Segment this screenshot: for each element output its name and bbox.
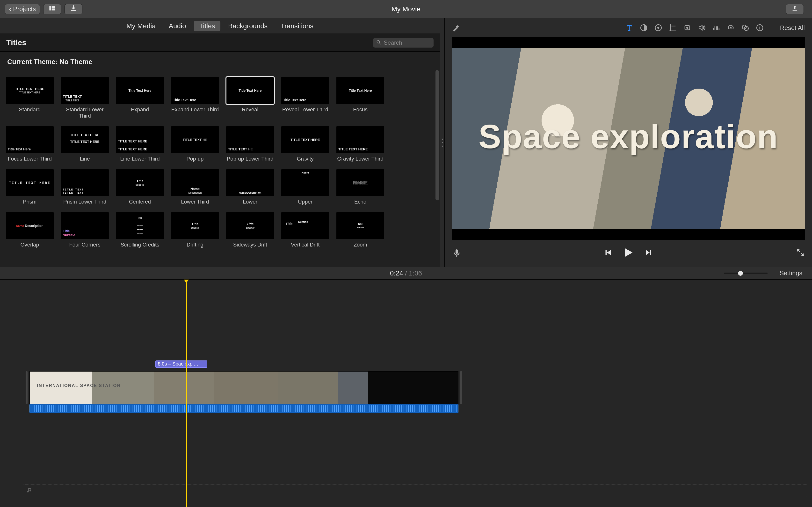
title-item-sideways-drift[interactable]: TitleSubtitle Sideways Drift (226, 212, 274, 248)
title-item-gravity[interactable]: TITLE TEXT HERE Gravity (281, 126, 329, 162)
timecode-duration: 1:06 (409, 270, 422, 277)
title-item-gravity-lower-third[interactable]: TITLE TEXT HERE Gravity Lower Third (337, 126, 384, 162)
stabilize-button[interactable] (683, 24, 692, 32)
speed-button[interactable] (727, 24, 735, 32)
title-item-zoom[interactable]: TitleSubtitle Zoom (337, 212, 384, 248)
title-cap: Vertical Drift (281, 242, 329, 248)
title-item-scrolling-credits[interactable]: Title— —— —— —— — Scrolling Credits (116, 212, 164, 248)
volume-button[interactable] (698, 24, 706, 32)
fullscreen-button[interactable] (796, 248, 805, 258)
title-item-echo[interactable]: NAME Echo (337, 169, 384, 205)
title-cap: Reveal Lower Third (281, 107, 329, 113)
title-item-popup[interactable]: TITLE TEXT HE Pop-up (171, 126, 219, 162)
title-cap: Scrolling Credits (116, 242, 164, 248)
library-search-input[interactable] (384, 39, 456, 46)
title-item-prism-lower-third[interactable]: TITLE TEXTTITLE TEXT Prism Lower Third (61, 169, 109, 205)
timeline-zoom: Settings (724, 270, 802, 277)
playhead[interactable] (186, 282, 187, 507)
title-item-vertical-drift[interactable]: TitleSubtitle Vertical Drift (281, 212, 329, 248)
library-layout-button[interactable] (43, 4, 61, 14)
title-item-focus[interactable]: Title Text Here Focus (337, 77, 384, 119)
svg-rect-17 (760, 26, 760, 26)
import-button[interactable] (64, 4, 83, 14)
svg-rect-18 (456, 249, 458, 254)
library-scrollbar[interactable] (436, 70, 439, 201)
timecode-current: 0:24 (390, 270, 403, 277)
zoom-slider-knob[interactable] (738, 271, 743, 276)
title-item-four-corners[interactable]: TitleSubtitle Four Corners (61, 212, 109, 248)
clip-trim-left[interactable] (26, 371, 28, 404)
timeline-timecode: 0:24 / 1:06 (390, 270, 422, 277)
audio-clip[interactable] (30, 404, 458, 413)
play-button[interactable] (622, 246, 635, 260)
title-cap: Pop-up Lower Third (226, 156, 274, 162)
tab-transitions[interactable]: Transitions (275, 21, 319, 32)
title-item-centered[interactable]: TitleSubtitle Centered (116, 169, 164, 205)
title-item-standard-lower-third[interactable]: TITLE TEXTTITLE TEXT Standard Lower Thir… (61, 77, 109, 119)
title-cap: Prism (6, 199, 54, 205)
svg-point-7 (442, 146, 443, 147)
library-layout-icon (49, 5, 56, 13)
title-clip[interactable]: 8.0s – Spac expl… (155, 360, 207, 368)
prev-frame-button[interactable] (603, 248, 612, 258)
title-item-reveal[interactable]: Title Text Here Reveal (226, 77, 274, 119)
title-item-drifting[interactable]: TitleSubtitle Drifting (171, 212, 219, 248)
music-lane[interactable] (23, 484, 807, 497)
projects-back-label: Projects (13, 5, 36, 13)
video-clip[interactable] (30, 371, 458, 404)
enhance-wand-button[interactable] (452, 24, 460, 32)
title-item-expand-lower-third[interactable]: Title Text Here Expand Lower Third (171, 77, 219, 119)
voiceover-button[interactable] (452, 248, 462, 258)
svg-rect-0 (50, 6, 51, 11)
tab-my-media[interactable]: My Media (121, 21, 161, 32)
svg-rect-1 (52, 6, 55, 8)
viewer-panel: Reset All Space exploration (445, 18, 812, 267)
svg-line-4 (379, 43, 381, 44)
title-item-upper[interactable]: Name Upper (281, 169, 329, 205)
theme-label: Current Theme: No Theme (0, 52, 440, 66)
reset-all-button[interactable]: Reset All (780, 24, 805, 32)
title-item-reveal-lower-third[interactable]: Title Text Here Reveal Lower Third (281, 77, 329, 119)
tab-audio[interactable]: Audio (163, 21, 191, 32)
panel-splitter[interactable] (440, 18, 445, 267)
tab-backgrounds[interactable]: Backgrounds (223, 21, 273, 32)
title-item-standard[interactable]: TITLE TEXT HERETITLE TEXT HERE Standard (6, 77, 54, 119)
share-button[interactable] (786, 4, 804, 14)
noise-reduce-button[interactable] (712, 24, 720, 32)
movie-title: My Movie (392, 5, 420, 13)
tab-titles[interactable]: Titles (194, 21, 220, 32)
timeline-settings-button[interactable]: Settings (779, 270, 802, 277)
title-item-focus-lower-third[interactable]: Title Text Here Focus Lower Third (6, 126, 54, 162)
search-icon (376, 40, 382, 46)
title-cap: Prism Lower Third (61, 199, 109, 205)
library-search[interactable] (373, 38, 434, 48)
library-panel: My Media Audio Titles Backgrounds Transi… (0, 18, 440, 267)
color-balance-button[interactable] (640, 24, 648, 32)
title-cap: Standard Lower Third (61, 107, 109, 119)
crop-button[interactable] (669, 24, 677, 32)
info-button[interactable] (756, 24, 764, 32)
svg-point-5 (442, 138, 443, 140)
preview-title-text[interactable]: Space exploration (478, 117, 778, 156)
library-subheader: Titles (0, 34, 440, 52)
title-item-prism[interactable]: TITLE TEXT HERE Prism (6, 169, 54, 205)
timeline[interactable]: 8.0s – Spac expl… (0, 280, 812, 507)
title-item-line-lower-third[interactable]: TITLE TEXT HERETITLE TEXT HERE Line Lowe… (116, 126, 164, 162)
zoom-slider[interactable] (724, 273, 767, 274)
title-cap: Echo (337, 199, 384, 205)
title-item-expand[interactable]: Title Text Here Expand (116, 77, 164, 119)
title-item-lower[interactable]: Name/Description Lower (226, 169, 274, 205)
text-tool-button[interactable] (625, 24, 633, 32)
next-frame-button[interactable] (644, 248, 654, 258)
projects-back-button[interactable]: Projects (5, 4, 40, 14)
title-item-line[interactable]: TITLE TEXT HERETITLE TEXT HERE Line (61, 126, 109, 162)
title-item-lower-third[interactable]: NameDescription Lower Third (171, 169, 219, 205)
clip-trim-right[interactable] (460, 371, 462, 404)
color-correction-button[interactable] (654, 24, 662, 32)
preview-viewport[interactable]: Space exploration (452, 37, 805, 240)
title-item-popup-lower-third[interactable]: TITLE TEXT HE Pop-up Lower Third (226, 126, 274, 162)
title-item-overlap[interactable]: Name Description Overlap (6, 212, 54, 248)
title-cap: Reveal (226, 107, 274, 113)
filter-button[interactable] (741, 24, 749, 32)
svg-point-12 (686, 27, 689, 29)
